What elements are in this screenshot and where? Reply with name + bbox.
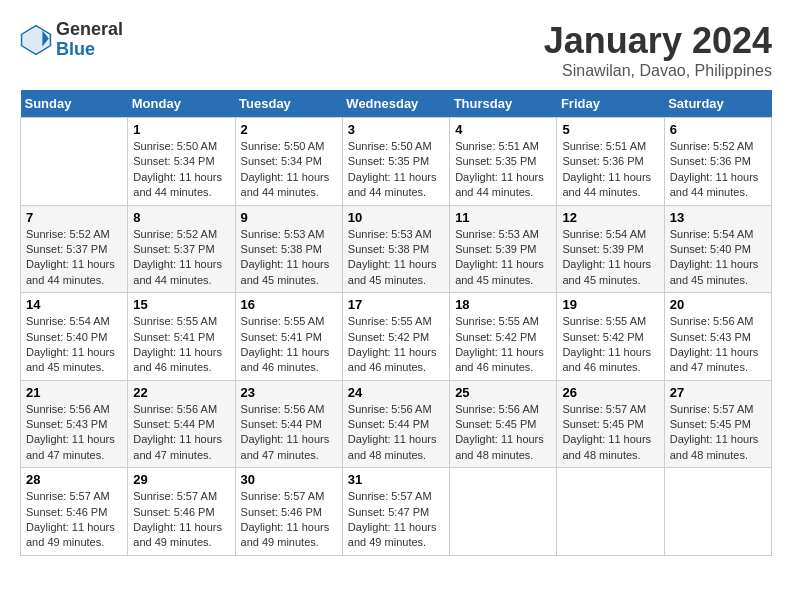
calendar-week-row: 28Sunrise: 5:57 AM Sunset: 5:46 PM Dayli… [21, 468, 772, 556]
calendar-week-row: 1Sunrise: 5:50 AM Sunset: 5:34 PM Daylig… [21, 118, 772, 206]
day-number: 18 [455, 297, 551, 312]
day-number: 21 [26, 385, 122, 400]
day-number: 5 [562, 122, 658, 137]
calendar-cell: 18Sunrise: 5:55 AM Sunset: 5:42 PM Dayli… [450, 293, 557, 381]
day-info: Sunrise: 5:55 AM Sunset: 5:42 PM Dayligh… [348, 314, 444, 376]
day-info: Sunrise: 5:57 AM Sunset: 5:46 PM Dayligh… [26, 489, 122, 551]
day-info: Sunrise: 5:57 AM Sunset: 5:45 PM Dayligh… [562, 402, 658, 464]
day-number: 3 [348, 122, 444, 137]
day-number: 8 [133, 210, 229, 225]
calendar-week-row: 7Sunrise: 5:52 AM Sunset: 5:37 PM Daylig… [21, 205, 772, 293]
day-info: Sunrise: 5:51 AM Sunset: 5:36 PM Dayligh… [562, 139, 658, 201]
title-section: January 2024 Sinawilan, Davao, Philippin… [544, 20, 772, 80]
day-info: Sunrise: 5:53 AM Sunset: 5:38 PM Dayligh… [241, 227, 337, 289]
day-info: Sunrise: 5:52 AM Sunset: 5:36 PM Dayligh… [670, 139, 766, 201]
day-number: 24 [348, 385, 444, 400]
calendar-cell: 7Sunrise: 5:52 AM Sunset: 5:37 PM Daylig… [21, 205, 128, 293]
day-number: 13 [670, 210, 766, 225]
day-number: 4 [455, 122, 551, 137]
day-info: Sunrise: 5:51 AM Sunset: 5:35 PM Dayligh… [455, 139, 551, 201]
day-info: Sunrise: 5:53 AM Sunset: 5:39 PM Dayligh… [455, 227, 551, 289]
day-number: 7 [26, 210, 122, 225]
page-header: General Blue January 2024 Sinawilan, Dav… [20, 20, 772, 80]
calendar-cell: 29Sunrise: 5:57 AM Sunset: 5:46 PM Dayli… [128, 468, 235, 556]
calendar-cell: 5Sunrise: 5:51 AM Sunset: 5:36 PM Daylig… [557, 118, 664, 206]
day-info: Sunrise: 5:56 AM Sunset: 5:44 PM Dayligh… [133, 402, 229, 464]
day-info: Sunrise: 5:56 AM Sunset: 5:43 PM Dayligh… [670, 314, 766, 376]
day-number: 19 [562, 297, 658, 312]
calendar-cell: 8Sunrise: 5:52 AM Sunset: 5:37 PM Daylig… [128, 205, 235, 293]
day-info: Sunrise: 5:55 AM Sunset: 5:42 PM Dayligh… [455, 314, 551, 376]
calendar-cell: 24Sunrise: 5:56 AM Sunset: 5:44 PM Dayli… [342, 380, 449, 468]
calendar-cell: 19Sunrise: 5:55 AM Sunset: 5:42 PM Dayli… [557, 293, 664, 381]
calendar-week-row: 21Sunrise: 5:56 AM Sunset: 5:43 PM Dayli… [21, 380, 772, 468]
calendar-header-friday: Friday [557, 90, 664, 118]
day-number: 11 [455, 210, 551, 225]
day-number: 26 [562, 385, 658, 400]
calendar-cell: 20Sunrise: 5:56 AM Sunset: 5:43 PM Dayli… [664, 293, 771, 381]
calendar-cell: 3Sunrise: 5:50 AM Sunset: 5:35 PM Daylig… [342, 118, 449, 206]
day-info: Sunrise: 5:56 AM Sunset: 5:43 PM Dayligh… [26, 402, 122, 464]
day-number: 28 [26, 472, 122, 487]
day-info: Sunrise: 5:54 AM Sunset: 5:40 PM Dayligh… [670, 227, 766, 289]
calendar-header-wednesday: Wednesday [342, 90, 449, 118]
calendar-cell: 25Sunrise: 5:56 AM Sunset: 5:45 PM Dayli… [450, 380, 557, 468]
calendar-cell: 16Sunrise: 5:55 AM Sunset: 5:41 PM Dayli… [235, 293, 342, 381]
calendar-cell: 9Sunrise: 5:53 AM Sunset: 5:38 PM Daylig… [235, 205, 342, 293]
calendar-header-monday: Monday [128, 90, 235, 118]
day-info: Sunrise: 5:55 AM Sunset: 5:41 PM Dayligh… [133, 314, 229, 376]
day-info: Sunrise: 5:57 AM Sunset: 5:46 PM Dayligh… [241, 489, 337, 551]
logo-icon [20, 24, 52, 56]
day-number: 31 [348, 472, 444, 487]
calendar-body: 1Sunrise: 5:50 AM Sunset: 5:34 PM Daylig… [21, 118, 772, 556]
calendar-week-row: 14Sunrise: 5:54 AM Sunset: 5:40 PM Dayli… [21, 293, 772, 381]
day-number: 27 [670, 385, 766, 400]
calendar-cell: 2Sunrise: 5:50 AM Sunset: 5:34 PM Daylig… [235, 118, 342, 206]
day-info: Sunrise: 5:54 AM Sunset: 5:40 PM Dayligh… [26, 314, 122, 376]
calendar-table: SundayMondayTuesdayWednesdayThursdayFrid… [20, 90, 772, 556]
day-info: Sunrise: 5:57 AM Sunset: 5:46 PM Dayligh… [133, 489, 229, 551]
calendar-cell: 30Sunrise: 5:57 AM Sunset: 5:46 PM Dayli… [235, 468, 342, 556]
day-info: Sunrise: 5:50 AM Sunset: 5:35 PM Dayligh… [348, 139, 444, 201]
calendar-cell: 10Sunrise: 5:53 AM Sunset: 5:38 PM Dayli… [342, 205, 449, 293]
calendar-cell: 31Sunrise: 5:57 AM Sunset: 5:47 PM Dayli… [342, 468, 449, 556]
calendar-cell: 13Sunrise: 5:54 AM Sunset: 5:40 PM Dayli… [664, 205, 771, 293]
calendar-cell: 15Sunrise: 5:55 AM Sunset: 5:41 PM Dayli… [128, 293, 235, 381]
calendar-cell: 12Sunrise: 5:54 AM Sunset: 5:39 PM Dayli… [557, 205, 664, 293]
day-number: 29 [133, 472, 229, 487]
day-info: Sunrise: 5:57 AM Sunset: 5:45 PM Dayligh… [670, 402, 766, 464]
calendar-header-saturday: Saturday [664, 90, 771, 118]
calendar-cell [664, 468, 771, 556]
day-number: 10 [348, 210, 444, 225]
logo: General Blue [20, 20, 123, 60]
calendar-cell: 14Sunrise: 5:54 AM Sunset: 5:40 PM Dayli… [21, 293, 128, 381]
day-number: 15 [133, 297, 229, 312]
calendar-cell: 1Sunrise: 5:50 AM Sunset: 5:34 PM Daylig… [128, 118, 235, 206]
day-info: Sunrise: 5:52 AM Sunset: 5:37 PM Dayligh… [133, 227, 229, 289]
day-info: Sunrise: 5:50 AM Sunset: 5:34 PM Dayligh… [241, 139, 337, 201]
day-number: 25 [455, 385, 551, 400]
calendar-cell: 26Sunrise: 5:57 AM Sunset: 5:45 PM Dayli… [557, 380, 664, 468]
calendar-cell [21, 118, 128, 206]
day-info: Sunrise: 5:56 AM Sunset: 5:44 PM Dayligh… [348, 402, 444, 464]
day-number: 16 [241, 297, 337, 312]
calendar-header-row: SundayMondayTuesdayWednesdayThursdayFrid… [21, 90, 772, 118]
day-number: 14 [26, 297, 122, 312]
day-number: 17 [348, 297, 444, 312]
day-info: Sunrise: 5:54 AM Sunset: 5:39 PM Dayligh… [562, 227, 658, 289]
calendar-cell: 11Sunrise: 5:53 AM Sunset: 5:39 PM Dayli… [450, 205, 557, 293]
day-number: 2 [241, 122, 337, 137]
day-number: 22 [133, 385, 229, 400]
calendar-cell: 27Sunrise: 5:57 AM Sunset: 5:45 PM Dayli… [664, 380, 771, 468]
day-info: Sunrise: 5:52 AM Sunset: 5:37 PM Dayligh… [26, 227, 122, 289]
calendar-cell [450, 468, 557, 556]
day-number: 12 [562, 210, 658, 225]
calendar-cell: 21Sunrise: 5:56 AM Sunset: 5:43 PM Dayli… [21, 380, 128, 468]
calendar-header-thursday: Thursday [450, 90, 557, 118]
calendar-cell: 17Sunrise: 5:55 AM Sunset: 5:42 PM Dayli… [342, 293, 449, 381]
day-info: Sunrise: 5:53 AM Sunset: 5:38 PM Dayligh… [348, 227, 444, 289]
location-title: Sinawilan, Davao, Philippines [544, 62, 772, 80]
calendar-cell: 28Sunrise: 5:57 AM Sunset: 5:46 PM Dayli… [21, 468, 128, 556]
day-number: 9 [241, 210, 337, 225]
month-title: January 2024 [544, 20, 772, 62]
